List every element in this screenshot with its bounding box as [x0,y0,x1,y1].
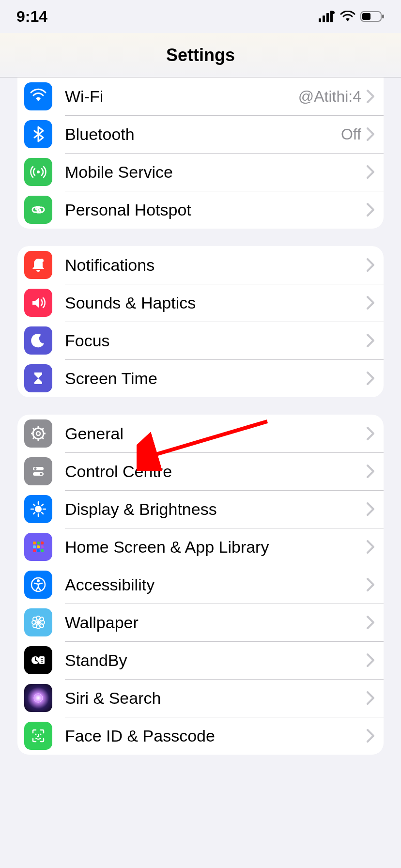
chevron-right-icon [366,202,375,217]
svg-rect-2 [326,13,329,22]
svg-point-62 [35,734,37,735]
standby-icon [24,646,52,674]
svg-rect-8 [382,15,384,18]
bell-icon [24,251,52,279]
settings-group-connectivity: Wi-Fi @Atithi:4 Bluetooth Off Mobile Ser… [17,78,384,229]
row-wifi[interactable]: Wi-Fi @Atithi:4 [17,78,384,115]
row-focus[interactable]: Focus [17,322,384,359]
svg-point-14 [36,432,40,435]
bluetooth-icon [24,120,52,148]
row-standby[interactable]: StandBy [17,641,384,679]
row-label: Home Screen & App Library [65,538,366,557]
chevron-right-icon [366,691,375,705]
svg-line-34 [42,504,43,506]
row-wallpaper[interactable]: Wallpaper [17,604,384,641]
settings-screen: 9:14 Settings Wi-Fi @Atithi:4 [0,0,401,774]
row-mobile-service[interactable]: Mobile Service [17,153,384,191]
chevron-right-icon [366,577,375,592]
row-label: Siri & Search [65,689,366,708]
switches-icon [24,457,52,485]
chevron-right-icon [366,165,375,179]
status-bar: 9:14 [0,0,401,33]
settings-group-notifications: Notifications Sounds & Haptics Focus [17,246,384,397]
svg-rect-43 [37,549,40,552]
chevron-right-icon [366,89,375,104]
svg-point-24 [34,467,37,470]
row-label: Display & Brightness [65,500,366,519]
row-label: Wallpaper [65,613,366,632]
row-face-id-passcode[interactable]: Face ID & Passcode [17,717,384,755]
battery-icon [360,11,385,22]
navbar: Settings [0,33,401,78]
chevron-right-icon [366,426,375,441]
svg-point-63 [40,734,42,735]
svg-line-19 [33,428,34,430]
svg-line-22 [33,437,34,439]
svg-point-27 [35,506,42,512]
status-icons [319,11,385,22]
row-label: Accessibility [65,575,366,594]
svg-point-47 [37,621,40,624]
chevron-right-icon [366,333,375,348]
row-label: Screen Time [65,369,366,388]
svg-line-21 [42,428,44,430]
svg-point-61 [34,694,43,702]
svg-rect-37 [37,542,40,544]
svg-rect-42 [33,549,36,552]
row-label: Notifications [65,256,366,275]
chevron-right-icon [366,615,375,630]
row-detail-bluetooth: Off [341,125,361,143]
row-home-screen[interactable]: Home Screen & App Library [17,528,384,566]
row-label: Wi-Fi [65,87,298,106]
svg-rect-1 [323,16,325,22]
row-label: Personal Hotspot [65,201,366,219]
row-label: Control Centre [65,462,366,481]
flower-icon [24,608,52,636]
row-label: General [65,424,366,443]
chevron-right-icon [366,502,375,516]
row-notifications[interactable]: Notifications [17,246,384,284]
antenna-icon [24,158,52,186]
chevron-right-icon [366,371,375,386]
svg-rect-40 [37,545,40,548]
row-label: StandBy [65,651,366,670]
row-sounds-haptics[interactable]: Sounds & Haptics [17,284,384,322]
row-control-centre[interactable]: Control Centre [17,452,384,490]
settings-content[interactable]: Wi-Fi @Atithi:4 Bluetooth Off Mobile Ser… [0,78,401,774]
row-detail-wifi: @Atithi:4 [298,88,361,106]
svg-rect-41 [41,545,44,548]
link-icon [24,196,52,224]
row-label: Sounds & Haptics [65,294,366,312]
clock: 9:14 [16,8,47,26]
row-accessibility[interactable]: Accessibility [17,566,384,604]
svg-point-5 [332,11,335,14]
svg-point-9 [37,170,40,173]
row-general[interactable]: General [17,415,384,452]
hourglass-icon [24,364,52,392]
row-siri-search[interactable]: Siri & Search [17,679,384,717]
row-screen-time[interactable]: Screen Time [17,359,384,397]
svg-line-35 [33,512,35,514]
svg-rect-0 [319,18,321,22]
cellular-icon [319,11,335,22]
row-label: Face ID & Passcode [65,727,366,745]
row-bluetooth[interactable]: Bluetooth Off [17,115,384,153]
chevron-right-icon [366,295,375,310]
faceid-icon [24,722,52,750]
row-display-brightness[interactable]: Display & Brightness [17,490,384,528]
svg-rect-39 [33,545,36,548]
siri-icon [24,684,52,712]
gear-icon [24,419,52,448]
svg-point-26 [40,473,43,475]
moon-icon [24,326,52,355]
sun-icon [24,495,52,523]
row-label: Mobile Service [65,163,366,182]
svg-rect-36 [33,542,36,544]
row-personal-hotspot[interactable]: Personal Hotspot [17,191,384,229]
settings-group-general: General Control Centre Display & Brightn… [17,415,384,755]
wifi-status-icon [340,11,355,22]
svg-rect-7 [362,13,370,20]
chevron-right-icon [366,653,375,667]
svg-rect-4 [330,17,333,22]
svg-point-46 [37,579,40,582]
